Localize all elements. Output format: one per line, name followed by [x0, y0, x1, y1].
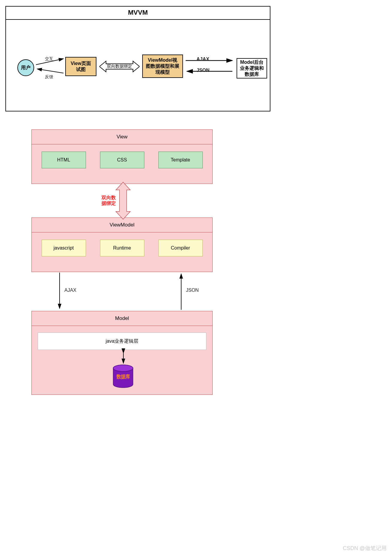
model-box: Model后台业务逻辑和数据库 [237, 58, 267, 78]
svg-line-1 [37, 69, 63, 73]
label-ajax: AJAX [196, 57, 209, 62]
cell-compiler: Compiler [158, 240, 203, 256]
label-interact: 交互 [45, 56, 53, 62]
panel-viewmodel-title: ViewModel [32, 218, 212, 232]
cell-template: Template [158, 152, 203, 168]
panel-viewmodel-body: javascript Runtime Compiler [32, 232, 212, 265]
edge-vm-model [184, 56, 235, 77]
panel-view: View HTML CSS Template [31, 129, 213, 184]
cell-html: HTML [42, 152, 86, 168]
database-label: 数据库 [113, 374, 134, 380]
arrow-ajax-down [57, 272, 63, 311]
panel-model: Model java业务逻辑层 数据库 [31, 311, 213, 395]
view-box: View页面试图 [65, 57, 96, 76]
two-way-binding-label-big: 双向数据绑定 [101, 195, 116, 206]
panel-viewmodel: ViewModel javascript Runtime Compiler [31, 217, 213, 272]
viewmodel-box: ViewModel视图数据模型和展现模型 [142, 55, 183, 78]
panel-view-title: View [32, 130, 212, 144]
mvvm-bottom-stack: View HTML CSS Template 双向数据绑定 ViewModel … [31, 129, 213, 395]
svg-point-10 [113, 365, 133, 371]
watermark-text: CSDN @做笔记用 [343, 545, 387, 552]
panel-model-title: Model [32, 311, 212, 326]
two-way-binding-arrow: 双向数据绑定 [99, 60, 140, 73]
cell-javascript: javascript [42, 240, 86, 256]
label-json: JSON [196, 68, 210, 73]
mvvm-top-body: 用户 交互 反馈 View页面试图 双向数据绑定 [6, 20, 270, 111]
two-way-binding-label: 双向数据绑定 [107, 64, 132, 69]
cell-css: CSS [100, 152, 144, 168]
user-node: 用户 [17, 59, 34, 76]
svg-marker-5 [116, 182, 130, 219]
arrow-java-db [120, 351, 126, 366]
mvvm-title: MVVM [6, 7, 270, 20]
page-root: CSDN @做笔记用 MVVM 用户 交互 反馈 View页面试图 [0, 0, 392, 556]
java-business-layer: java业务逻辑层 [38, 333, 206, 350]
database-node: 数据库 [113, 365, 134, 388]
panel-view-body: HTML CSS Template [32, 144, 212, 177]
label-feedback: 反馈 [45, 74, 53, 80]
label-json-up: JSON [186, 288, 199, 293]
mvvm-top-frame: MVVM 用户 交互 反馈 View页面试图 双 [5, 6, 270, 111]
label-ajax-down: AJAX [64, 288, 76, 293]
binding-arrow-block: 双向数据绑定 [31, 184, 213, 217]
vm-model-connectors: AJAX JSON [31, 272, 213, 311]
arrow-json-up [178, 272, 184, 311]
two-way-binding-arrow-big [115, 182, 131, 220]
cell-runtime: Runtime [100, 240, 144, 256]
